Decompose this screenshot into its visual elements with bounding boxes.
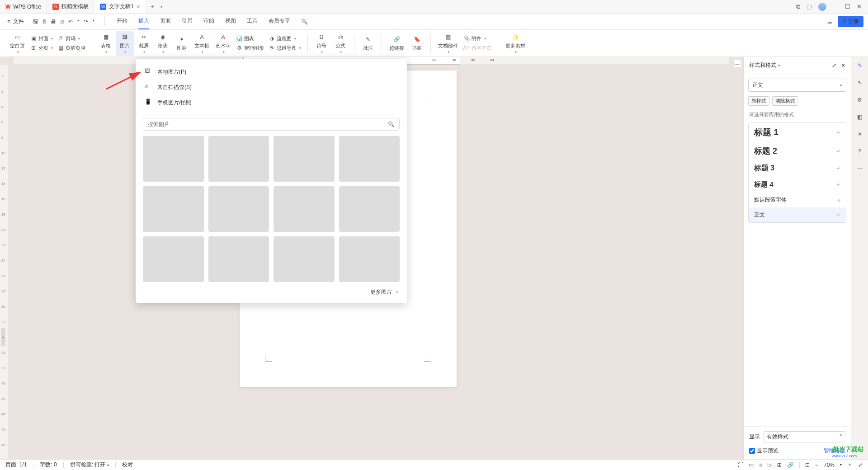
settings-tool-icon[interactable]: ⚙	[855, 95, 865, 105]
shape-button[interactable]: ◉形状▾	[154, 31, 172, 56]
image-thumb[interactable]	[208, 136, 269, 182]
image-thumb[interactable]	[143, 236, 204, 282]
tab-member[interactable]: 会员专享	[269, 14, 290, 29]
view-page-icon[interactable]: ▭	[749, 462, 754, 468]
equation-button[interactable]: √x公式▾	[331, 31, 349, 56]
zoom-value[interactable]: 70%	[824, 462, 835, 468]
image-thumb[interactable]	[143, 186, 204, 232]
symbol-button[interactable]: Ω符号▾	[312, 31, 330, 56]
image-thumb[interactable]	[208, 186, 269, 232]
table-button[interactable]: ▦表格▾	[97, 31, 115, 56]
close-window-icon[interactable]: ✕	[857, 3, 862, 10]
print-icon[interactable]: 🖶	[51, 19, 56, 25]
new-style-button[interactable]: 新样式	[748, 96, 769, 106]
app-tab[interactable]: W WPS Office	[0, 0, 47, 13]
collapse-left-handle[interactable]: ◂	[1, 328, 5, 346]
window-pip-icon[interactable]: ⧉	[796, 3, 800, 10]
hyperlink-button[interactable]: 🔗超链接	[387, 33, 407, 53]
template-tab[interactable]: D 找稻壳模板	[47, 0, 94, 13]
view-read-icon[interactable]: ▷	[768, 462, 772, 468]
cover-button[interactable]: ▣封面▾	[28, 34, 55, 43]
zoom-out-icon[interactable]: −	[815, 462, 818, 468]
smartart-button[interactable]: ⚙智能图形	[234, 44, 266, 52]
search-icon[interactable]: 🔍	[388, 121, 395, 127]
pin-icon[interactable]: ⤢	[832, 62, 836, 69]
show-select[interactable]: 有效样式 ▾	[764, 431, 845, 442]
file-menu[interactable]: ≡ 文件	[5, 18, 27, 25]
more-materials-button[interactable]: ✨更多素材▾	[503, 31, 528, 56]
close-tab-icon[interactable]: ×	[137, 3, 140, 10]
tab-tool[interactable]: 工具	[247, 14, 258, 29]
maximize-icon[interactable]: ☐	[845, 3, 850, 10]
zoom-in-icon[interactable]: ＋	[847, 461, 853, 469]
tab-review[interactable]: 审阅	[203, 14, 214, 29]
screenshot-button[interactable]: ✂截屏▾	[135, 31, 153, 56]
icon-button[interactable]: ✦图标	[173, 33, 191, 53]
image-thumb[interactable]	[274, 136, 335, 182]
image-thumb[interactable]	[143, 136, 204, 182]
image-thumb[interactable]	[274, 236, 335, 282]
local-image-item[interactable]: 🖼 本地图片(P)	[136, 64, 407, 80]
style-heading3[interactable]: 标题 3↵	[749, 160, 846, 177]
scan-icon[interactable]: ⎚	[61, 19, 64, 25]
image-search[interactable]: 🔍	[143, 118, 400, 131]
document-tab[interactable]: W 文字文稿1 ×	[94, 0, 146, 13]
vertical-ruler[interactable]: 2246810121416182022242628303234363840424…	[0, 65, 9, 459]
textbox-button[interactable]: A文本框▾	[192, 31, 212, 56]
help-icon[interactable]: ?	[855, 146, 865, 156]
preview-checkbox-input[interactable]	[749, 448, 755, 454]
save-icon[interactable]: 🖫	[33, 19, 38, 25]
view-web-icon[interactable]: ⊞	[777, 462, 782, 468]
status-words[interactable]: 字数: 0	[40, 461, 57, 469]
redo-icon[interactable]: ↷	[84, 19, 88, 25]
style-heading4[interactable]: 标题 4↵	[749, 177, 846, 193]
status-proof[interactable]: 校对	[122, 461, 133, 469]
zoom-caret[interactable]: ▾	[840, 463, 842, 467]
flowchart-button[interactable]: ⬗流程图▾	[267, 34, 303, 43]
image-thumb[interactable]	[208, 236, 269, 282]
tools-icon[interactable]: ✕	[855, 129, 865, 139]
print-preview-icon[interactable]: ⎘	[43, 19, 46, 25]
scanner-item[interactable]: ⎚ 来自扫描仪(S)	[136, 80, 407, 95]
chart-button[interactable]: 📊图表	[234, 34, 266, 43]
dropcap-button[interactable]: A≡首字下沉	[462, 44, 493, 52]
style-heading2[interactable]: 标题 2↵	[749, 142, 846, 160]
avatar-icon[interactable]	[818, 3, 826, 11]
image-thumb[interactable]	[274, 186, 335, 232]
docparts-button[interactable]: ▥文档部件▾	[435, 31, 461, 56]
header-button[interactable]: ▤页眉页脚	[56, 44, 87, 52]
attachment-button[interactable]: 📎附件▾	[462, 34, 493, 43]
view-link-icon[interactable]: 🔗	[787, 462, 794, 468]
comment-button[interactable]: ✎批注	[359, 33, 377, 53]
preview-checkbox[interactable]: 显示预览	[749, 447, 778, 455]
more-images-link[interactable]: 更多图片 ›	[136, 282, 407, 298]
tab-reference[interactable]: 引用	[182, 14, 193, 29]
tab-page[interactable]: 页面	[160, 14, 171, 29]
more-tools-icon[interactable]: ⋯	[855, 164, 865, 174]
collapse-panel-button[interactable]: —	[733, 60, 741, 68]
redo-caret[interactable]: ▾	[93, 19, 94, 25]
mindmap-button[interactable]: ⚞思维导图▾	[267, 44, 303, 52]
status-page[interactable]: 页面: 1/1	[5, 461, 27, 469]
styles-tab-icon[interactable]: ✎	[855, 61, 865, 70]
style-body[interactable]: 正文↵	[749, 207, 846, 222]
view-outline-icon[interactable]: ≡	[759, 462, 762, 468]
image-button[interactable]: 🖼图片▾	[116, 31, 134, 56]
tab-view[interactable]: 视图	[225, 14, 236, 29]
tab-start[interactable]: 开始	[117, 14, 127, 29]
window-cube-icon[interactable]: ⬚	[807, 3, 812, 10]
image-thumb[interactable]	[339, 186, 400, 232]
close-panel-icon[interactable]: ✕	[841, 62, 845, 69]
minimize-icon[interactable]: —	[833, 3, 839, 10]
cloud-icon[interactable]: ☁	[827, 19, 832, 25]
select-tool-icon[interactable]: ↖	[855, 78, 865, 88]
tab-menu-caret[interactable]: ▾	[160, 5, 163, 9]
tab-insert[interactable]: 插入	[138, 14, 149, 29]
pagenum-button[interactable]: #页码▾	[56, 34, 87, 43]
image-thumb[interactable]	[339, 236, 400, 282]
search-icon[interactable]: 🔍	[301, 19, 308, 25]
current-style-select[interactable]: 正文 ▾	[748, 79, 846, 92]
chevron-down-icon[interactable]: ▾	[778, 63, 780, 68]
image-search-input[interactable]	[148, 121, 388, 127]
bookmark-button[interactable]: 🔖书签	[408, 33, 426, 53]
